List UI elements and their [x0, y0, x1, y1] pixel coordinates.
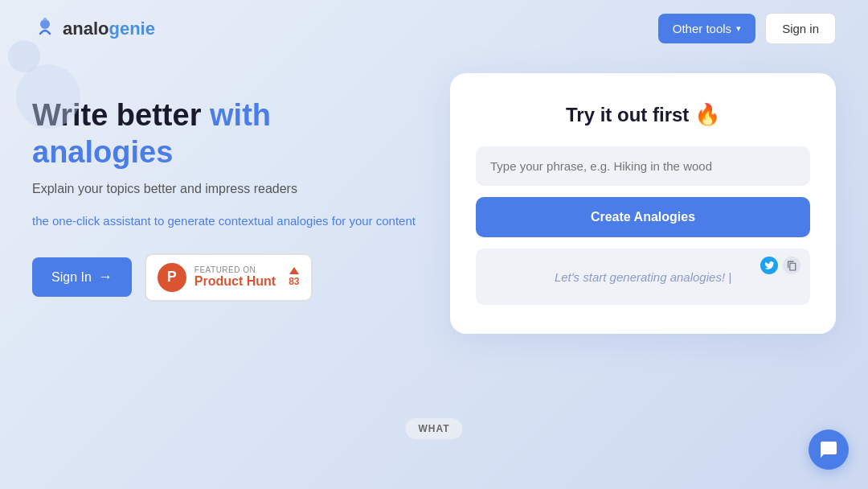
what-badge: WHAT — [405, 418, 462, 439]
output-action-icons — [760, 257, 800, 274]
subheadline: Explain your topics better and impress r… — [32, 182, 418, 196]
upvote-triangle-icon — [289, 267, 299, 274]
chevron-down-icon: ▾ — [736, 23, 741, 34]
try-card: Try it out first 🔥 Create Analogies Let'… — [450, 73, 836, 334]
logo: analogenie — [32, 16, 155, 42]
twitter-share-icon[interactable] — [760, 257, 778, 274]
copy-icon[interactable] — [783, 257, 800, 274]
ph-count-number: 83 — [289, 276, 299, 287]
product-hunt-text: FEATURED ON Product Hunt — [194, 265, 276, 289]
create-analogies-button[interactable]: Create Analogies — [476, 197, 810, 237]
signin-main-button[interactable]: Sign In → — [32, 257, 132, 297]
output-box: Let's start generating analogies! | — [476, 249, 810, 305]
chat-icon — [819, 440, 838, 459]
cta-row: Sign In → P FEATURED ON Product Hunt 83 — [32, 253, 418, 302]
phrase-input[interactable] — [476, 146, 810, 186]
fire-icon: 🔥 — [694, 102, 720, 126]
header-actions: Other tools ▾ Sign in — [658, 13, 836, 44]
header: analogenie Other tools ▾ Sign in — [0, 0, 868, 57]
product-hunt-logo: P — [158, 263, 186, 292]
card-title-text: Try it out first — [566, 104, 689, 125]
signin-header-button[interactable]: Sign in — [765, 13, 836, 44]
logo-icon — [32, 16, 58, 42]
signin-main-label: Sign In — [51, 270, 92, 285]
left-content: Write better with analogies Explain your… — [32, 73, 418, 302]
tagline: the one-click assistant to generate cont… — [32, 212, 418, 231]
product-hunt-badge[interactable]: P FEATURED ON Product Hunt 83 — [145, 253, 313, 302]
arrow-right-icon: → — [98, 269, 113, 286]
chat-bubble-button[interactable] — [809, 429, 849, 470]
other-tools-label: Other tools — [673, 22, 731, 35]
signin-header-label: Sign in — [782, 22, 819, 35]
ph-count: 83 — [289, 267, 299, 287]
logo-text: analogenie — [63, 18, 155, 39]
ph-featured-label: FEATURED ON — [194, 265, 276, 274]
card-title: Try it out first 🔥 — [476, 102, 810, 127]
ph-name-label: Product Hunt — [194, 274, 276, 289]
output-placeholder-text: Let's start generating analogies! | — [555, 270, 731, 284]
svg-point-1 — [43, 18, 47, 21]
create-button-label: Create Analogies — [591, 210, 695, 224]
main-content: Write better with analogies Explain your… — [0, 57, 868, 350]
other-tools-button[interactable]: Other tools ▾ — [658, 14, 755, 43]
headline: Write better with analogies — [32, 97, 418, 171]
